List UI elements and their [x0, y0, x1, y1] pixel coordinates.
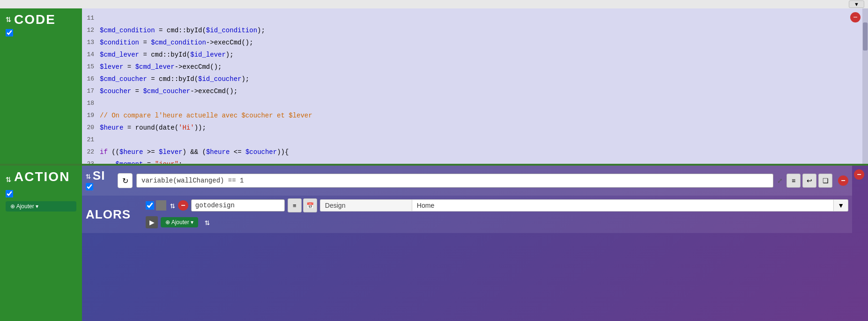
alors-play-button[interactable]: ▶: [146, 216, 158, 228]
code-minus-button[interactable]: −: [850, 12, 861, 22]
alors-stop-button[interactable]: [156, 200, 166, 211]
action-sort-icon: ⇅: [6, 173, 11, 185]
code-lines: 11 12 $cmd_condition = cmd::byId($id_con…: [82, 8, 862, 164]
calendar-icon: 📅: [306, 202, 314, 209]
copy-icon: ❏: [823, 177, 829, 184]
alors-row: ALORS ⇅ − ≡: [82, 196, 852, 233]
alors-action-row: ⇅ − ≡ 📅: [146, 198, 848, 212]
code-title: CODE: [14, 12, 56, 27]
table-row: 14 $cmd_lever = cmd::byId($id_lever);: [82, 49, 862, 61]
table-row: 23 $moment = "jour";: [82, 158, 862, 164]
refresh-icon: ↻: [122, 176, 128, 185]
alors-param-area: ▼: [320, 199, 848, 212]
action-main: ⇅ SI ↻ ⤢ ≡ ↩: [82, 166, 852, 321]
si-row: ⇅ SI ↻ ⤢ ≡ ↩: [82, 166, 852, 196]
play-icon: ▶: [149, 219, 155, 226]
alors-calendar-button[interactable]: 📅: [303, 198, 317, 212]
action-section: ⇅ ACTION ⊕ Ajouter ▾ ⇅ SI ↻: [0, 166, 868, 321]
alors-ajouter-button[interactable]: ⊕ Ajouter ▾: [161, 217, 198, 227]
si-condition-input[interactable]: [136, 174, 773, 188]
si-sort-icon: ⇅: [86, 171, 91, 181]
table-row: 21: [82, 134, 862, 146]
si-undo-button[interactable]: ↩: [802, 174, 816, 188]
alors-func-btns: ≡ 📅: [288, 198, 317, 212]
si-expand-icon: ⤢: [777, 177, 783, 185]
alors-sub-row: ▶ ⊕ Ajouter ▾ ⇅: [146, 214, 848, 230]
alors-dropdown-button[interactable]: ▼: [834, 199, 848, 212]
scrollbar-thumb: [863, 22, 868, 51]
code-scrollbar[interactable]: [862, 8, 868, 164]
action-top-right: −: [852, 166, 868, 321]
si-copy-button[interactable]: ❏: [818, 174, 832, 188]
alors-minus-button[interactable]: −: [178, 200, 188, 211]
code-sort-icon: ⇅: [6, 13, 11, 25]
alors-param-design-input: [320, 199, 412, 212]
alors-checkbox[interactable]: [146, 201, 154, 210]
alors-controls: ⇅: [146, 200, 175, 211]
table-row: 11: [82, 12, 862, 24]
si-list-button[interactable]: ≡: [786, 174, 801, 188]
code-section: ⇅ CODE 11 12 $cmd_condition = cmd::byId(…: [0, 8, 868, 166]
undo-icon: ↩: [807, 177, 812, 184]
si-action-btns: ≡ ↩ ❏: [786, 174, 832, 188]
action-sidebar: ⇅ ACTION ⊕ Ajouter ▾: [0, 166, 82, 321]
list-icon: ≡: [792, 177, 795, 184]
code-checkbox[interactable]: [6, 29, 13, 36]
si-refresh-button[interactable]: ↻: [118, 173, 133, 188]
table-row: 15 $lever = $cmd_lever->execCmd();: [82, 61, 862, 73]
action-checkbox[interactable]: [6, 190, 13, 197]
table-row: 13 $condition = $cmd_condition->execCmd(…: [82, 36, 862, 49]
table-row: 12 $cmd_condition = cmd::byId($id_condit…: [82, 24, 862, 36]
table-row: 16 $cmd_coucher = cmd::byId($id_coucher)…: [82, 73, 862, 85]
alors-list-button[interactable]: ≡: [288, 198, 302, 212]
alors-func-input[interactable]: [191, 199, 285, 212]
table-row: 19 // On compare l'heure actuelle avec $…: [82, 109, 862, 122]
table-row: 22 if (($heure >= $lever) && ($heure <= …: [82, 146, 862, 158]
code-editor-area[interactable]: 11 12 $cmd_condition = cmd::byId($id_con…: [82, 8, 862, 164]
table-row: 20 $heure = round(date('Hi'));: [82, 122, 862, 134]
alors-param-home-input[interactable]: [412, 199, 834, 212]
code-sidebar: ⇅ CODE: [0, 8, 82, 164]
table-row: 17 $coucher = $cmd_coucher->execCmd();: [82, 85, 862, 97]
si-checkbox[interactable]: [86, 183, 93, 190]
alors-sort-vertical-icon: ⇅: [205, 217, 210, 227]
dropdown-arrow-icon: ▼: [838, 202, 844, 209]
si-minus-button[interactable]: −: [838, 175, 848, 186]
action-ajouter-button[interactable]: ⊕ Ajouter ▾: [6, 201, 76, 212]
code-editor-wrapper: 11 12 $cmd_condition = cmd::byId($id_con…: [82, 8, 868, 164]
action-minus-button[interactable]: −: [854, 169, 864, 180]
main-container: ⇅ CODE 11 12 $cmd_condition = cmd::byId(…: [0, 8, 868, 321]
alors-label: ALORS: [86, 207, 137, 222]
si-sidebar-mini: ⇅ SI: [86, 168, 114, 193]
top-bar: ▼: [0, 0, 868, 8]
action-title: ACTION: [14, 169, 70, 184]
search-button[interactable]: ▼: [849, 0, 864, 8]
list-icon-2: ≡: [293, 202, 297, 209]
alors-sort-v-icon: ⇅: [170, 200, 175, 211]
table-row: 18: [82, 97, 862, 109]
